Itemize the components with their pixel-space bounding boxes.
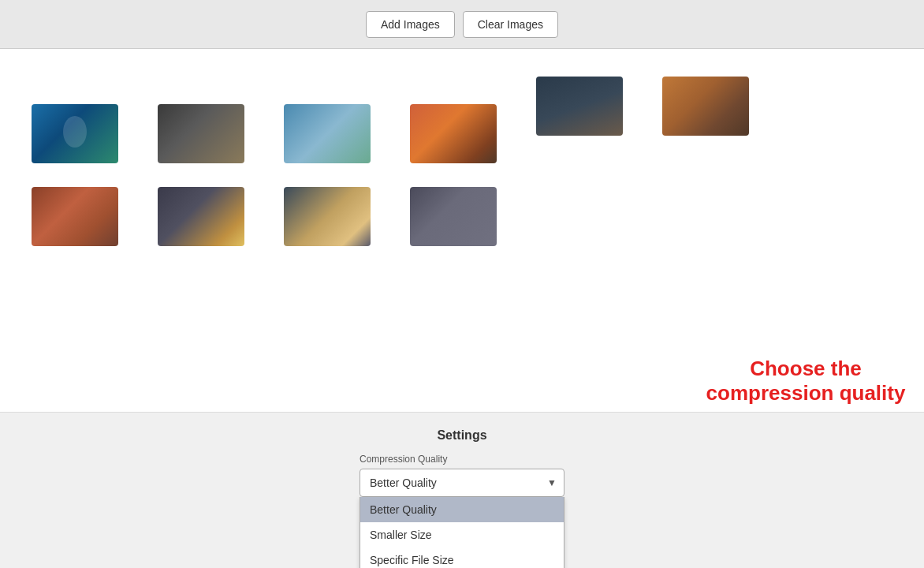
compression-quality-select[interactable]: Better Quality Smaller Size Specific Fil… xyxy=(360,469,564,497)
add-images-button[interactable]: Add Images xyxy=(366,11,455,38)
settings-panel: Settings Compression Quality Better Qual… xyxy=(0,412,924,568)
toolbar: Add Images Clear Images xyxy=(0,0,924,49)
image-thumbnail[interactable] xyxy=(410,187,497,246)
image-thumbnail[interactable] xyxy=(410,104,497,163)
image-row-2 xyxy=(32,187,892,246)
image-thumbnail[interactable] xyxy=(32,104,118,163)
image-thumbnail[interactable] xyxy=(662,77,749,136)
image-thumbnail[interactable] xyxy=(284,104,371,163)
image-thumbnail[interactable] xyxy=(158,104,244,163)
main-area: Choose the compression quality xyxy=(0,49,924,412)
image-thumbnail[interactable] xyxy=(536,77,623,136)
image-thumbnail[interactable] xyxy=(284,187,371,246)
dropdown-item-better-quality[interactable]: Better Quality xyxy=(360,497,564,522)
settings-title: Settings xyxy=(437,428,486,443)
annotation-text: Choose the compression quality xyxy=(703,357,908,405)
dropdown-menu: Better Quality Smaller Size Specific Fil… xyxy=(360,497,564,568)
image-thumbnail[interactable] xyxy=(32,187,118,246)
clear-images-button[interactable]: Clear Images xyxy=(463,11,558,38)
compression-quality-select-wrapper: Better Quality Smaller Size Specific Fil… xyxy=(360,469,564,497)
dropdown-item-specific-file-size[interactable]: Specific File Size xyxy=(360,547,564,568)
compression-quality-label: Compression Quality xyxy=(360,454,447,465)
image-thumbnail[interactable] xyxy=(158,187,244,246)
image-row-1 xyxy=(32,73,892,163)
dropdown-item-smaller-size[interactable]: Smaller Size xyxy=(360,522,564,547)
